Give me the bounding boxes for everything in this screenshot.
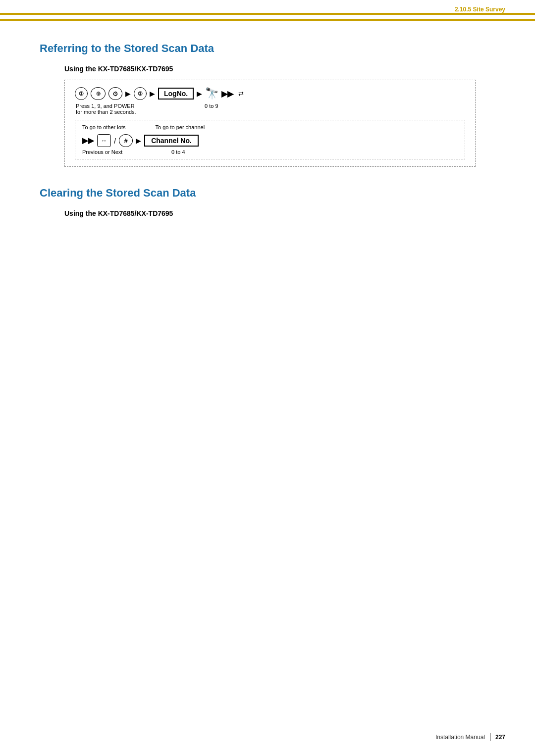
- label-press-line1: Press 1, 9, and POWER: [76, 103, 155, 109]
- page-header: 2.10.5 Site Survey: [0, 0, 535, 13]
- section2-subheading: Using the KX-TD7685/KX-TD7695: [64, 209, 500, 217]
- inner-sublabels-row: Previous or Next 0 to 4: [82, 149, 458, 155]
- section-referring: Referring to the Stored Scan Data Using …: [40, 42, 500, 167]
- slash-separator: /: [114, 137, 116, 145]
- section1-title: Referring to the Stored Scan Data: [40, 42, 500, 55]
- inner-labels-row: To go to other lots To go to per channel: [82, 124, 458, 130]
- label-press19power: Press 1, 9, and POWER for more than 2 se…: [76, 103, 155, 115]
- key-menu9-icon: ⑨: [91, 87, 106, 100]
- key-circle1-icon: ①: [134, 87, 147, 100]
- inner-arrow: ▶: [136, 137, 141, 145]
- arrow1: ▶: [125, 90, 131, 98]
- main-content: Referring to the Stored Scan Data Using …: [0, 15, 535, 254]
- label-go-others: To go to other lots: [82, 124, 125, 130]
- top-accent-line: [0, 19, 535, 21]
- exchange-icon: ↔: [97, 134, 111, 147]
- label-go-channel: To go to per channel: [155, 124, 205, 130]
- footer-divider: [490, 733, 490, 741]
- logno-box: LogNo.: [158, 88, 194, 100]
- sublabel-0to4: 0 to 4: [171, 149, 185, 155]
- label-0to9-text: 0 to 9: [205, 103, 218, 109]
- inner-dashed-box: To go to other lots To go to per channel…: [75, 120, 465, 159]
- arrow3: ▶: [197, 90, 202, 98]
- gear-icon: ⚙: [108, 87, 122, 100]
- label-press-line2: for more than 2 seconds.: [76, 109, 155, 115]
- inner-double-arrow: ▶▶: [82, 136, 94, 145]
- arrow2: ▶: [150, 90, 155, 98]
- section-clearing: Clearing the Stored Scan Data Using the …: [40, 187, 500, 217]
- scan-icon: 🔭: [205, 87, 218, 100]
- refresh-icon: ⇄: [238, 90, 244, 98]
- key-1-icon: ①: [75, 87, 88, 100]
- hash-icon: #: [119, 134, 133, 147]
- footer-page-number: 227: [495, 734, 505, 741]
- double-arrow-icon: ▶▶: [221, 89, 233, 99]
- diagram-top-row: ① ⑨ ⚙ ▶ ① ▶ LogNo. ▶ 🔭 ▶▶ ⇄: [75, 87, 465, 100]
- footer-manual-label: Installation Manual: [435, 734, 485, 741]
- channel-no-box: Channel No.: [144, 135, 199, 147]
- label-0to9: 0 to 9: [205, 103, 218, 109]
- page-footer: Installation Manual 227: [435, 733, 505, 741]
- inner-diagram-row: ▶▶ ↔ / # ▶ Channel No.: [82, 134, 458, 147]
- section1-subheading: Using the KX-TD7685/KX-TD7695: [64, 65, 500, 73]
- section-label: 2.10.5 Site Survey: [455, 6, 505, 13]
- section2-title: Clearing the Stored Scan Data: [40, 187, 500, 200]
- diagram-box-referring: ① ⑨ ⚙ ▶ ① ▶ LogNo. ▶ 🔭 ▶▶ ⇄: [64, 80, 476, 167]
- sublabel-prev-next: Previous or Next: [82, 149, 152, 155]
- diagram-top-labels: Press 1, 9, and POWER for more than 2 se…: [76, 103, 465, 115]
